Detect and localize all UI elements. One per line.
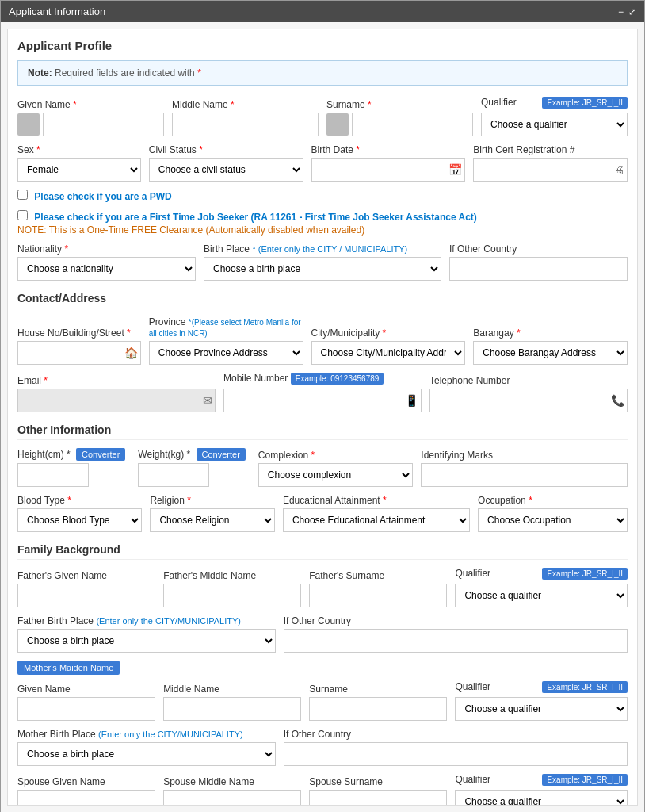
sex-select[interactable]: Female [17,158,141,182]
mobile-label: Mobile Number Example: 09123456789 [223,373,422,386]
note-label: Note: [28,67,52,79]
spouse-qualifier-select[interactable]: Choose a qualifier [455,790,628,806]
birth-cert-input[interactable] [473,158,628,182]
occupation-group: Occupation * Choose Occupation [478,495,628,532]
note-text: Required fields are indicated with [55,67,197,79]
barangay-label: Barangay * [473,327,628,339]
occupation-select[interactable]: Choose Occupation [478,508,628,532]
province-select[interactable]: Choose Province Address [149,341,303,365]
nationality-select[interactable]: Choose a nationality [17,257,196,281]
mother-middle-label: Middle Name [163,684,301,695]
barangay-select[interactable]: Choose Barangay Address [473,341,628,365]
spouse-middle-input[interactable] [163,790,301,806]
complexion-select[interactable]: Choose complexion [258,463,414,487]
father-surname-input[interactable] [309,584,447,607]
identifying-marks-label: Identifying Marks [421,450,628,461]
surname-label: Surname * [326,99,473,110]
height-input[interactable] [17,463,89,487]
father-name-row: Father's Given Name Father's Middle Name… [17,568,628,607]
first-time-jobseeker-checkbox[interactable] [17,210,28,220]
religion-label: Religion * [150,495,274,506]
given-name-input[interactable] [43,113,164,136]
pwd-checkbox[interactable] [17,190,28,200]
maximize-button[interactable]: ⤢ [628,6,636,17]
mother-qualifier-group: Qualifier Example: JR_SR_I_II Choose a q… [455,681,628,721]
name-row: Given Name * Middle Name * Surname * [17,97,628,136]
contact-row: Email * ✉ Mobile Number Example: 0912345… [17,373,628,412]
if-other-country-group: If Other Country [449,243,628,281]
pwd-row: Please check if you are a PWD [17,190,628,202]
mother-other-country-input[interactable] [284,742,628,766]
surname-group: Surname * [326,99,473,136]
mother-surname-label: Surname [309,684,447,695]
city-select[interactable]: Choose City/Municipality Address [311,341,466,365]
educational-group: Educational Attainment * Choose Educatio… [283,495,470,532]
mother-qualifier-example: Example: JR_SR_I_II [542,681,628,693]
spouse-middle-group: Spouse Middle Name [163,776,301,806]
minimize-button[interactable]: − [618,6,624,17]
spouse-given-input[interactable] [17,790,155,806]
height-converter-button[interactable]: Converter [76,448,125,461]
mobile-group: Mobile Number Example: 09123456789 📱 [223,373,422,412]
first-time-note: NOTE: This is a One-Time FREE Clearance … [17,224,628,236]
mother-name-row: Given Name Middle Name Surname Qualifier… [17,681,628,721]
middle-name-group: Middle Name * [172,99,319,136]
father-other-country-label: If Other Country [284,615,628,626]
email-input[interactable] [17,389,216,412]
father-other-country-input[interactable] [284,629,628,653]
spouse-given-group: Spouse Given Name [17,776,155,806]
nationality-group: Nationality * Choose a nationality [17,243,196,281]
middle-name-input[interactable] [172,113,319,136]
weight-group: Weight(kg) * Converter [138,448,245,487]
civil-status-select[interactable]: Choose a civil status [149,158,303,182]
mother-surname-input[interactable] [309,697,447,721]
mother-qualifier-select[interactable]: Choose a qualifier [455,697,628,721]
weight-input[interactable] [138,463,209,487]
surname-avatar [326,113,349,136]
spouse-surname-label: Spouse Surname [309,776,447,787]
qualifier-select[interactable]: Choose a qualifier [481,113,628,136]
applicant-information-window: Applicant Information − ⤢ Applicant Prof… [0,0,645,812]
given-name-group: Given Name * [17,99,164,136]
identifying-marks-input[interactable] [421,463,628,487]
weight-converter-button[interactable]: Converter [197,448,246,461]
occupation-label: Occupation * [478,495,628,506]
height-group: Height(cm) * Converter [17,448,125,487]
surname-input[interactable] [352,113,473,136]
note-box: Note: Required fields are indicated with… [17,60,628,86]
spouse-surname-group: Spouse Surname [309,776,447,806]
spouse-given-label: Spouse Given Name [17,776,155,787]
father-given-input[interactable] [17,584,155,607]
birth-date-group: Birth Date * Dec 16, 1994 📅 [311,144,466,182]
birth-cert-group: Birth Cert Registration # 🖨 [473,144,628,182]
birth-date-input[interactable]: Dec 16, 1994 [311,158,466,182]
mother-badge-row: Mother's Maiden Name [17,661,628,678]
mother-birthplace-row: Mother Birth Place (Enter only the CITY/… [17,729,628,766]
father-given-group: Father's Given Name [17,570,155,607]
religion-select[interactable]: Choose Religion [150,508,274,532]
father-birth-place-select[interactable]: Choose a birth place [17,629,276,653]
birth-place-select[interactable]: Choose a birth place [204,257,441,281]
mother-other-country-group: If Other Country [284,729,628,766]
house-input[interactable] [17,341,141,365]
mother-other-country-label: If Other Country [284,729,628,740]
mother-middle-input[interactable] [163,697,301,721]
pwd-label: Please check if you are a PWD [34,191,171,202]
father-birthplace-row: Father Birth Place (Enter only the CITY/… [17,615,628,653]
spouse-surname-input[interactable] [309,790,447,806]
father-middle-input[interactable] [163,584,301,607]
father-qualifier-select[interactable]: Choose a qualifier [455,584,628,607]
mother-birth-place-select[interactable]: Choose a birth place [17,742,276,766]
blood-type-select[interactable]: Choose Blood Type [17,508,142,532]
educational-select[interactable]: Choose Educational Attainment [283,508,470,532]
first-time-jobseeker-label: Please check if you are a First Time Job… [34,212,476,223]
email-icon: ✉ [203,394,212,407]
complexion-label: Complexion * [258,450,414,461]
mother-given-input[interactable] [17,697,155,721]
if-other-country-input[interactable] [449,257,628,281]
mobile-input[interactable] [223,389,422,412]
father-birth-place-group: Father Birth Place (Enter only the CITY/… [17,615,276,653]
telephone-input[interactable] [429,389,628,412]
home-icon: 🏠 [124,347,138,359]
sex-label: Sex * [17,144,141,155]
